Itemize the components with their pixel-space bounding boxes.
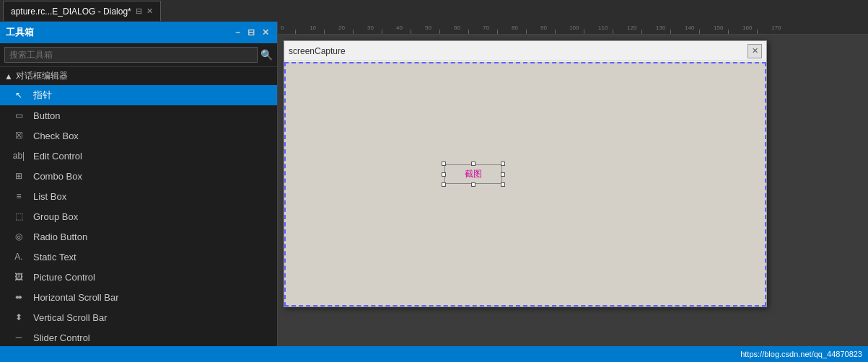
toolbox-label-listbox: List Box [33, 191, 66, 202]
handle-tl[interactable] [442, 162, 446, 166]
handle-bl[interactable] [442, 182, 446, 187]
toolbox-item-editcontrol[interactable]: ab| Edit Control [0, 146, 277, 166]
toolbox-category-dialog[interactable]: ▲ 对话框编辑器 [0, 67, 277, 85]
toolbox-label-button: Button [33, 110, 61, 121]
dialog-titlebar: screenCapture ✕ [284, 41, 766, 61]
handle-bm[interactable] [471, 182, 475, 187]
toolbox-dock-button[interactable]: ⊟ [245, 27, 257, 38]
ruler-mark [382, 30, 382, 34]
tab-bar: apture.rc...E_DIALOG - Dialog* ⊟ ✕ [0, 0, 868, 22]
toolbox-label-combobox: Combo Box [33, 171, 82, 182]
ruler-mark: 100 [569, 25, 579, 31]
toolbox-label-hscrollbar: Horizontal Scroll Bar [33, 292, 119, 303]
dialog-body[interactable]: 截图 [284, 62, 766, 306]
toolbox-content: ▲ 对话框编辑器 ↖ 指针 ▭ Button ☒ Check Box ab| E… [0, 67, 277, 346]
toolbox-items-list: ↖ 指针 ▭ Button ☒ Check Box ab| Edit Contr… [0, 85, 277, 346]
ruler-mark: 170 [771, 25, 781, 31]
toolbox-label-picturecontrol: Picture Control [33, 272, 95, 283]
tab-pin-icon[interactable]: ⊟ [136, 6, 142, 16]
toolbox-label-editcontrol: Edit Control [33, 151, 82, 162]
toolbox-icon-combobox: ⊞ [12, 169, 26, 183]
toolbox-icon-editcontrol: ab| [12, 149, 26, 163]
toolbox-item-combobox[interactable]: ⊞ Combo Box [0, 166, 277, 186]
toolbox-panel: 工具箱 − ⊟ ✕ 🔍 ▲ 对话框编辑器 ↖ 指针 ▭ Button ☒ Che… [0, 22, 278, 346]
ruler-mark: 60 [454, 25, 460, 31]
dialog-close-button[interactable]: ✕ [748, 44, 762, 58]
dialog-tab[interactable]: apture.rc...E_DIALOG - Dialog* ⊟ ✕ [3, 1, 161, 21]
toolbox-search-area: 🔍 [0, 43, 277, 67]
toolbox-item-button[interactable]: ▭ Button [0, 105, 277, 125]
toolbox-icon-listbox: ≡ [12, 189, 26, 203]
toolbox-title: 工具箱 [6, 26, 34, 39]
ruler-mark: 70 [483, 25, 489, 31]
tab-label: apture.rc...E_DIALOG - Dialog* [11, 6, 131, 17]
toolbox-label-pointer: 指针 [33, 89, 52, 102]
toolbox-label-groupbox: Group Box [33, 211, 78, 222]
toolbox-item-vscrollbar[interactable]: ⬍ Vertical Scroll Bar [0, 307, 277, 327]
toolbox-item-statictext[interactable]: A. Static Text [0, 247, 277, 267]
toolbox-icon-checkbox: ☒ [12, 128, 26, 143]
ruler-mark [353, 30, 354, 34]
toolbox-item-groupbox[interactable]: ⬚ Group Box [0, 206, 277, 226]
ruler-mark: 130 [656, 25, 665, 31]
toolbox-close-button[interactable]: ✕ [260, 27, 271, 38]
toolbox-header: 工具箱 − ⊟ ✕ [0, 22, 277, 43]
toolbox-label-vscrollbar: Vertical Scroll Bar [33, 312, 108, 323]
ruler-mark [526, 30, 527, 34]
ruler-mark [295, 30, 296, 34]
dialog-editor-area: 0102030405060708090100110120130140150160… [278, 22, 868, 346]
toolbox-icon-vscrollbar: ⬍ [12, 310, 26, 325]
toolbox-item-pointer[interactable]: ↖ 指针 [0, 85, 277, 105]
ruler-mark [584, 30, 584, 34]
ruler-mark [613, 30, 613, 34]
handle-tr[interactable] [501, 162, 505, 166]
ruler-mark [411, 30, 411, 34]
category-arrow-icon: ▲ [4, 71, 13, 81]
ruler-mark [757, 30, 758, 34]
toolbox-item-radiobutton[interactable]: ◎ Radio Button [0, 226, 277, 247]
handle-tm[interactable] [471, 162, 475, 166]
ruler-mark: 150 [714, 25, 723, 31]
dialog-canvas-wrapper[interactable]: screenCapture ✕ [278, 35, 868, 346]
toolbox-label-slidercontrol: Slider Control [33, 332, 90, 343]
ruler-mark [555, 30, 556, 34]
ruler-mark [468, 30, 469, 34]
ruler-mark: 110 [598, 25, 608, 31]
toolbox-header-controls: − ⊟ ✕ [233, 27, 271, 38]
toolbox-icon-slidercontrol: ─ [12, 330, 26, 345]
ruler-mark: 120 [627, 25, 636, 31]
ruler-mark: 50 [425, 25, 431, 31]
toolbox-icon-hscrollbar: ⬌ [12, 290, 26, 304]
toolbox-icon-picturecontrol: 🖼 [12, 270, 26, 284]
ruler-mark: 140 [685, 25, 694, 31]
toolbox-item-checkbox[interactable]: ☒ Check Box [0, 125, 277, 146]
status-bar: https://blog.csdn.net/qq_44870823 [0, 346, 868, 362]
ruler-mark [641, 30, 642, 34]
handle-mr[interactable] [501, 172, 505, 177]
ruler-mark: 20 [338, 25, 345, 31]
toolbox-label-statictext: Static Text [33, 252, 76, 262]
status-url: https://blog.csdn.net/qq_44870823 [740, 350, 862, 358]
ruler-mark: 10 [310, 25, 316, 31]
selected-control: 截图 [444, 164, 502, 184]
toolbox-icon-pointer: ↖ [12, 88, 26, 102]
toolbox-icon-radiobutton: ◎ [12, 229, 26, 244]
toolbox-pin-button[interactable]: − [233, 27, 242, 38]
toolbox-item-listbox[interactable]: ≡ List Box [0, 186, 277, 206]
ruler-mark [728, 30, 729, 34]
toolbox-search-input[interactable] [4, 47, 258, 63]
toolbox-item-hscrollbar[interactable]: ⬌ Horizontal Scroll Bar [0, 287, 277, 307]
toolbox-icon-button: ▭ [12, 108, 26, 123]
tab-close-icon[interactable]: ✕ [146, 6, 153, 16]
toolbox-item-picturecontrol[interactable]: 🖼 Picture Control [0, 267, 277, 287]
toolbox-search-icon[interactable]: 🔍 [260, 49, 273, 61]
handle-br[interactable] [501, 182, 505, 187]
dialog-button[interactable]: 截图 [444, 164, 502, 184]
category-label: 对话框编辑器 [16, 70, 68, 82]
toolbox-item-slidercontrol[interactable]: ─ Slider Control [0, 327, 277, 346]
ruler-mark: 160 [742, 25, 752, 31]
handle-ml[interactable] [442, 172, 446, 177]
ruler-mark [497, 30, 498, 34]
main-area: 工具箱 − ⊟ ✕ 🔍 ▲ 对话框编辑器 ↖ 指针 ▭ Button ☒ Che… [0, 22, 868, 346]
toolbox-icon-groupbox: ⬚ [12, 209, 26, 224]
